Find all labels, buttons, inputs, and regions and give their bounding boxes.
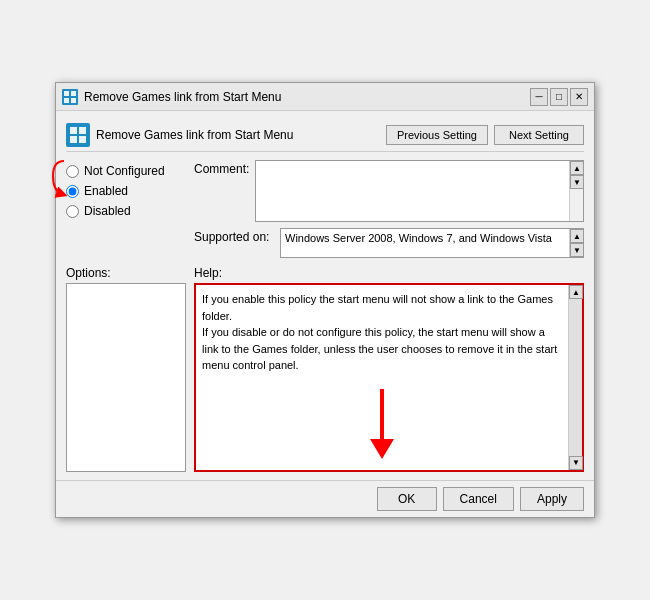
dialog-content: Remove Games link from Start Menu Previo…: [56, 111, 594, 480]
help-arrow-wrapper: [202, 389, 562, 459]
svg-rect-2: [71, 91, 76, 96]
svg-rect-9: [79, 136, 86, 143]
help-box-wrapper: If you enable this policy the start menu…: [194, 283, 584, 472]
header-buttons: Previous Setting Next Setting: [386, 125, 584, 145]
comment-scroll-down[interactable]: ▼: [570, 175, 584, 189]
help-content: If you enable this policy the start menu…: [196, 285, 568, 470]
svg-rect-1: [64, 91, 69, 96]
supported-value-wrapper: Windows Server 2008, Windows 7, and Wind…: [280, 228, 584, 258]
policy-dialog: Remove Games link from Start Menu ─ □ ✕ …: [55, 82, 595, 518]
disabled-label: Disabled: [84, 204, 131, 218]
not-configured-option[interactable]: Not Configured: [66, 164, 186, 178]
help-paragraph-1: If you enable this policy the start menu…: [202, 291, 562, 324]
cancel-button[interactable]: Cancel: [443, 487, 514, 511]
enabled-radio[interactable]: [66, 185, 79, 198]
comment-scroll-up[interactable]: ▲: [570, 161, 584, 175]
supported-section: Supported on: Windows Server 2008, Windo…: [194, 228, 584, 258]
comment-textarea-wrapper: ▲ ▼: [255, 160, 584, 222]
supported-scroll-up[interactable]: ▲: [570, 229, 584, 243]
title-bar: Remove Games link from Start Menu ─ □ ✕: [56, 83, 594, 111]
big-red-arrow: [370, 389, 394, 459]
help-p1-text: If you enable this policy the start menu…: [202, 293, 553, 322]
not-configured-label: Not Configured: [84, 164, 165, 178]
next-setting-button[interactable]: Next Setting: [494, 125, 584, 145]
title-bar-left: Remove Games link from Start Menu: [62, 89, 281, 105]
minimize-button[interactable]: ─: [530, 88, 548, 106]
help-paragraph-2: If you disable or do not configure this …: [202, 324, 562, 374]
supported-value: Windows Server 2008, Windows 7, and Wind…: [281, 229, 569, 257]
help-scrollbar[interactable]: ▲ ▼: [568, 285, 582, 470]
supported-scrollbar[interactable]: ▲ ▼: [569, 229, 583, 257]
svg-rect-6: [70, 127, 77, 134]
maximize-button[interactable]: □: [550, 88, 568, 106]
help-scroll-down[interactable]: ▼: [569, 456, 583, 470]
help-label: Help:: [194, 266, 584, 280]
help-p2-text: If you disable or do not configure this …: [202, 326, 557, 371]
apply-button[interactable]: Apply: [520, 487, 584, 511]
options-label: Options:: [66, 266, 186, 280]
svg-rect-7: [79, 127, 86, 134]
radio-group: Not Configured Enabled Disabled: [66, 164, 186, 218]
help-panel: Help: If you enable this policy the star…: [194, 266, 584, 472]
help-scroll-track: [569, 299, 582, 456]
enabled-option[interactable]: Enabled: [66, 184, 186, 198]
comment-scrollbar[interactable]: ▲ ▼: [569, 161, 583, 221]
header-title: Remove Games link from Start Menu: [66, 123, 293, 147]
previous-setting-button[interactable]: Previous Setting: [386, 125, 488, 145]
comment-textarea[interactable]: [256, 161, 569, 221]
close-button[interactable]: ✕: [570, 88, 588, 106]
policy-icon: [66, 123, 90, 147]
help-scroll-up[interactable]: ▲: [569, 285, 583, 299]
header-row: Remove Games link from Start Menu Previo…: [66, 119, 584, 152]
window-title: Remove Games link from Start Menu: [84, 90, 281, 104]
title-bar-controls: ─ □ ✕: [530, 88, 588, 106]
disabled-option[interactable]: Disabled: [66, 204, 186, 218]
dialog-header-title: Remove Games link from Start Menu: [96, 128, 293, 142]
options-panel: Options:: [66, 266, 186, 472]
footer: OK Cancel Apply: [56, 480, 594, 517]
svg-rect-5: [66, 123, 90, 147]
not-configured-radio[interactable]: [66, 165, 79, 178]
options-box: [66, 283, 186, 472]
main-area: Not Configured Enabled Disabled Comm: [66, 160, 584, 258]
ok-button[interactable]: OK: [377, 487, 437, 511]
arrow-head: [370, 439, 394, 459]
enabled-label: Enabled: [84, 184, 128, 198]
arrow-shaft: [380, 389, 384, 439]
comment-label: Comment:: [194, 160, 249, 176]
supported-label: Supported on:: [194, 228, 274, 244]
svg-rect-3: [64, 98, 69, 103]
svg-rect-8: [70, 136, 77, 143]
right-panel: Comment: ▲ ▼ Supported on: Windows: [194, 160, 584, 258]
comment-section: Comment: ▲ ▼: [194, 160, 584, 222]
supported-scroll-down[interactable]: ▼: [570, 243, 584, 257]
svg-rect-4: [71, 98, 76, 103]
bottom-panels: Options: Help: If you enable this policy…: [66, 266, 584, 472]
window-icon: [62, 89, 78, 105]
left-panel: Not Configured Enabled Disabled: [66, 160, 186, 258]
disabled-radio[interactable]: [66, 205, 79, 218]
